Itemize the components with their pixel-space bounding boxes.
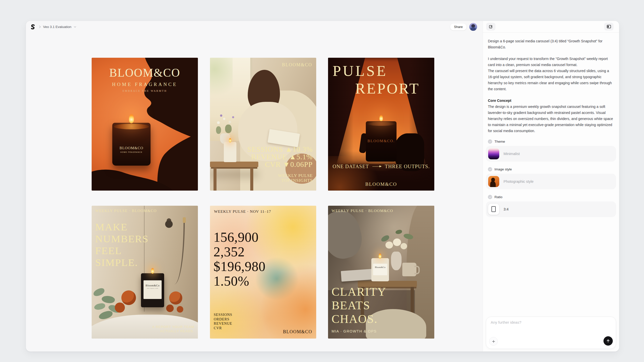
carousel-slide-insights[interactable]: BLOOM&CO SESSIONS ▲10.3% REVENUE ▲5.1% C… — [210, 58, 316, 191]
core-concept-block: Core Concept The design is a premium wee… — [488, 98, 614, 134]
image-style-section-label: Image style — [488, 167, 619, 171]
breadcrumb: Veo 3.1 Evaluation — [30, 21, 76, 33]
cream-candle: Bloom&Co — [371, 258, 389, 281]
vase — [391, 252, 402, 270]
candle-label: Bloom&Co — [373, 264, 387, 275]
slide-footer: MIA · GROWTH & OPS — [332, 329, 377, 333]
carousel-slide-make-numbers[interactable]: Bloom&Co home fragrance candle WEEKLY PU… — [92, 206, 198, 339]
app-window: Veo 3.1 Evaluation Share BLOOM&CO HOME F… — [26, 21, 619, 352]
ratio-section-label: Ratio — [488, 195, 619, 199]
carousel-slide-clarity[interactable]: Bloom&Co WEEKLY PULSE · BLOOM&CO CLARITY… — [328, 206, 434, 339]
slide-footer: WEEKLY PULSE TOP INSIGHTS — [278, 173, 313, 183]
table-candle — [224, 142, 236, 162]
headline-line-3: CHAOS. — [332, 312, 378, 326]
three-outputs-label: THREE OUTPUTS. — [385, 164, 430, 169]
slide-footer: A REPORT YOUR TEAM ACTUALLY READS. — [152, 325, 194, 333]
app-logo-icon[interactable] — [30, 24, 36, 30]
revenue-value: $196,980 — [213, 259, 266, 274]
collapse-panel-button[interactable] — [604, 23, 614, 31]
check-circle-icon — [488, 167, 492, 171]
carousel-slide-cover[interactable]: BLOOM&CO HOME FRAGRANCE EMBRACE THE WARM… — [92, 58, 198, 191]
slide-brand-title: BLOOM&CO — [92, 66, 198, 79]
sidebar-toggle-icon — [606, 24, 611, 29]
project-title[interactable]: Veo 3.1 Evaluation — [43, 25, 71, 29]
shower-handle — [183, 217, 186, 223]
metric-numbers: 156,900 2,352 $196,980 1.50% — [213, 230, 266, 288]
cvr-value: 1.50% — [213, 274, 266, 288]
slide-title-pulse: PULSE — [333, 62, 387, 80]
candle-jar: BLOOM&CO. — [366, 121, 397, 162]
headline-line-4: SIMPLE. — [95, 256, 138, 268]
arrow-right-icon — [372, 166, 381, 167]
theme-section-label: Theme — [488, 139, 619, 144]
slide-metrics: SESSIONS ▲10.3% REVENUE ▲5.1% CVR ▼0.06P… — [247, 145, 313, 168]
chevron-down-icon[interactable] — [74, 25, 76, 27]
composer — [486, 317, 616, 349]
orders-value: 2,352 — [213, 245, 266, 259]
check-circle-icon — [488, 195, 492, 199]
check-circle-icon — [488, 139, 492, 144]
candle-label: Bloom&Co home fragrance candle — [144, 280, 162, 299]
stool-leg — [213, 168, 217, 191]
image-style-option-photographic[interactable]: Photographic style — [486, 174, 616, 189]
slide-bottom-row: ONE DATASET THREE OUTPUTS. — [328, 164, 434, 169]
slide-subtitle: HOME FRAGRANCE — [92, 82, 198, 87]
arrow-up-icon — [606, 339, 610, 343]
headline-line-1: CLARITY — [332, 285, 386, 298]
carousel-slide-pulse-report[interactable]: BLOOM&CO. PULSE REPORT ONE DATASET THREE… — [328, 58, 434, 191]
candle-flame — [379, 115, 383, 121]
compose-icon — [489, 24, 493, 29]
slide-brand: BLOOM&CO — [283, 329, 312, 335]
send-button[interactable] — [603, 336, 613, 346]
shower-hose — [172, 221, 185, 284]
candle-flame — [229, 138, 231, 142]
slide-kicker: WEEKLY PULSE · BLOOM&CO — [332, 209, 393, 213]
metric-sessions: SESSIONS ▲10.3% — [247, 145, 313, 153]
headline-line-2: NUMBERS — [95, 233, 149, 245]
user-avatar[interactable] — [469, 23, 477, 31]
sessions-value: 156,900 — [213, 230, 266, 245]
sidebar-header — [483, 21, 619, 33]
headline-line-1: MAKE — [95, 221, 128, 233]
slide-kicker: WEEKLY PULSE · NOV 11–17 — [214, 209, 271, 214]
candle-flame — [151, 268, 154, 274]
carousel-slide-metrics[interactable]: WEEKLY PULSE · NOV 11–17 156,900 2,352 $… — [210, 206, 316, 339]
assistant-message: I understand your request to transform t… — [488, 56, 614, 92]
candle-flame — [379, 253, 381, 259]
metric-labels: SESSIONS ORDERS REVENUE CVR — [214, 313, 232, 330]
ratio-3-4-icon — [488, 204, 499, 215]
headline-line-2: BEATS — [332, 298, 370, 312]
user-prompt-message: Design a 6-page social media carousel (3… — [488, 38, 614, 50]
headline-line-3: FEEL — [95, 245, 122, 257]
jar-label: BLOOM&CO. — [366, 139, 397, 143]
theme-option-minimalist[interactable]: Minimalist — [486, 146, 616, 162]
breadcrumb-separator-icon — [38, 26, 41, 28]
core-concept-heading: Core Concept — [488, 98, 614, 104]
slide-tagline: EMBRACE THE WARMTH — [92, 89, 198, 92]
one-dataset-label: ONE DATASET — [333, 164, 369, 169]
stool-leg — [250, 168, 253, 191]
slide-title-report: REPORT — [355, 80, 420, 97]
mug — [402, 263, 416, 276]
minimalist-theme-thumbnail — [488, 148, 499, 159]
photographic-style-thumbnail — [488, 176, 499, 187]
black-candle: Bloom&Co home fragrance candle — [141, 273, 164, 307]
new-chat-button[interactable] — [486, 23, 495, 31]
plus-icon — [492, 340, 495, 343]
metric-cvr: CVR ▼0.06PP — [247, 161, 313, 168]
ratio-option-3-4[interactable]: 3:4 — [486, 201, 616, 217]
slide-brand: BLOOM&CO — [328, 182, 434, 187]
candle-wax — [114, 124, 149, 129]
chat-input[interactable] — [491, 320, 611, 334]
slide-kicker: WEEKLY PULSE · BLOOM&CO — [95, 209, 157, 213]
share-button[interactable]: Share — [450, 23, 467, 31]
metric-revenue: REVENUE ▲5.1% — [247, 153, 313, 161]
attach-button[interactable] — [489, 337, 498, 346]
candle-label: BLOOM&CO HOME FRAGRANCE — [112, 146, 151, 153]
slide-brand: BLOOM&CO — [282, 62, 312, 68]
topbar: Veo 3.1 Evaluation Share — [26, 21, 483, 33]
pillow — [328, 207, 366, 263]
chat-sidebar: Design a 6-page social media carousel (3… — [483, 21, 619, 351]
candle: BLOOM&CO HOME FRAGRANCE — [112, 123, 151, 166]
topbar-actions: Share — [450, 23, 477, 31]
